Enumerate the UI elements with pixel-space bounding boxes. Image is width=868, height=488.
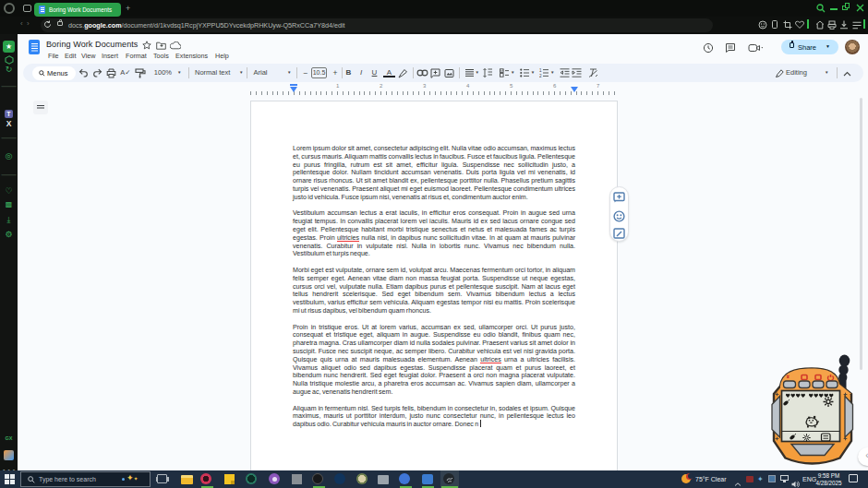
svg-text:2: 2 bbox=[539, 74, 542, 77]
svg-text:1: 1 bbox=[539, 68, 542, 73]
